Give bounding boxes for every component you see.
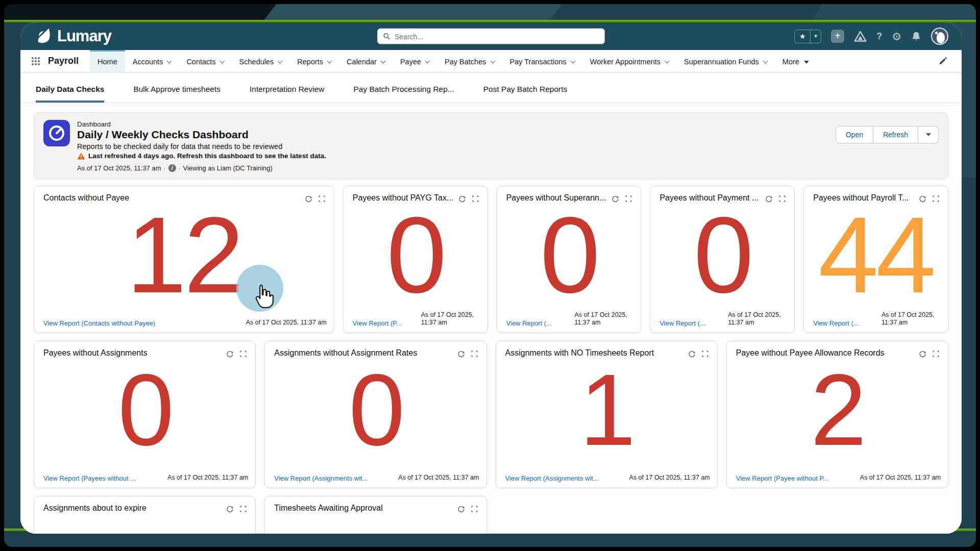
more-actions-dropdown-button[interactable] [918,126,939,143]
chevron-down-icon[interactable] [763,58,768,63]
refresh-icon[interactable] [457,505,465,513]
card-as-of: As of 17 Oct 2025, 11:37 am [728,311,787,327]
view-report-link[interactable]: View Report (Payees without ... [43,474,136,482]
metric-card-payees-without-payroll-tax: Payees without Payroll T... 44 View Repo… [803,186,948,333]
chevron-down-icon[interactable] [425,58,430,63]
nav-tabs: Home Accounts Contacts Schedules Reports… [90,50,817,72]
chevron-down-icon[interactable] [167,58,172,63]
refresh-button[interactable]: Refresh [873,126,918,143]
dashboard-title: Daily / Weekly Checks Dashboard [77,129,326,141]
subtab-bulk-approve-timesheets[interactable]: Bulk Approve timesheets [133,85,220,103]
chevron-down-icon[interactable] [327,58,332,63]
expand-icon[interactable] [239,505,247,513]
favorites-button[interactable]: ★ ▼ [794,30,821,43]
warning-triangle-icon [77,153,85,160]
chevron-down-icon[interactable] [665,58,670,63]
view-report-link[interactable]: View Report (... [659,319,705,327]
refresh-icon[interactable] [765,195,773,203]
subtab-pay-batch-processing-reports[interactable]: Pay Batch Processing Rep... [353,85,454,103]
global-header: Lumary ★ ▼ + [20,22,962,50]
view-report-link[interactable]: View Report (Payee without P... [736,474,829,482]
favorites-dropdown-icon[interactable]: ▼ [810,30,821,43]
view-report-link[interactable]: View Report (Assignments wit... [505,474,599,482]
refresh-icon[interactable] [919,350,926,358]
metric-card-assignments-without-assignment-rates: Assignments without Assignment Rates 0 V… [264,341,486,488]
app-launcher-icon[interactable] [32,57,40,65]
expand-icon[interactable] [318,195,326,203]
metric-value: 0 [265,369,486,452]
refresh-icon[interactable] [457,350,465,358]
chevron-down-icon[interactable] [570,58,575,63]
nav-tab-accounts[interactable]: Accounts [125,50,179,72]
user-avatar[interactable] [931,28,948,45]
nav-tab-calendar[interactable]: Calendar [339,50,393,72]
view-report-link[interactable]: View Report (... [813,319,859,327]
chevron-down-icon[interactable] [490,58,495,63]
refresh-icon[interactable] [226,505,234,513]
subtab-interpretation-review[interactable]: Interpretation Review [250,85,324,103]
separator-dot: · [164,165,166,172]
metric-card-payees-without-payg-tax: Payees without PAYG Tax... 0 View Report… [343,186,488,333]
card-as-of: As of 17 Oct 2025, 11:37 am [574,311,633,327]
chevron-down-icon[interactable] [219,58,225,63]
card-as-of: As of 17 Oct 2025, 11:37 am [246,319,327,327]
caret-down-icon [926,133,931,136]
caret-down-icon[interactable] [804,61,809,64]
global-search[interactable] [377,29,605,44]
nav-tab-superannuation-funds[interactable]: Superannuation Funds [676,50,775,72]
dashboard-description: Reports to be checked daily for data tha… [77,142,326,151]
separator-dot: · [179,165,181,172]
nav-tab-more[interactable]: More [775,50,817,72]
nav-tab-pay-batches[interactable]: Pay Batches [437,50,502,72]
expand-icon[interactable] [239,350,247,358]
view-report-link[interactable]: View Report (... [506,319,552,327]
expand-icon[interactable] [471,350,478,358]
expand-icon[interactable] [471,505,478,513]
expand-icon[interactable] [625,195,632,203]
refresh-icon[interactable] [226,350,234,358]
metric-value: 0 [650,211,794,299]
expand-icon[interactable] [778,195,786,203]
lumary-logo[interactable]: Lumary [34,27,111,45]
app-window: Lumary ★ ▼ + [20,22,962,534]
trail-icon[interactable] [854,31,867,42]
nav-tab-reports[interactable]: Reports [289,50,339,72]
nav-tab-contacts[interactable]: Contacts [179,50,231,72]
refresh-icon[interactable] [688,350,696,358]
notifications-bell-icon[interactable] [911,31,921,41]
hand-pointer-cursor-icon [254,284,274,308]
dashboard-actions: Open Refresh [836,120,939,172]
expand-icon[interactable] [932,350,940,358]
metric-value: 2 [727,369,948,452]
view-report-link[interactable]: View Report (P... [353,319,402,327]
expand-icon[interactable] [701,350,709,358]
help-icon[interactable]: ? [876,31,882,42]
global-add-icon[interactable]: + [831,30,844,43]
edit-page-pencil-icon[interactable] [924,57,962,65]
card-as-of: As of 17 Oct 2025, 11:37 am [167,474,248,482]
chevron-down-icon[interactable] [381,58,386,63]
nav-tab-pay-transactions[interactable]: Pay Transactions [502,50,582,72]
subtab-post-pay-batch-reports[interactable]: Post Pay Batch Reports [483,85,568,103]
subtab-daily-data-checks[interactable]: Daily Data Checks [36,85,104,103]
nav-tab-payee[interactable]: Payee [393,50,437,72]
refresh-icon[interactable] [458,195,466,203]
nav-tab-worker-appointments[interactable]: Worker Appointments [582,50,676,72]
chevron-down-icon[interactable] [278,58,283,63]
setup-gear-icon[interactable]: ⚙ [892,31,901,42]
screen: Lumary ★ ▼ + [0,0,980,551]
refresh-icon[interactable] [305,195,312,203]
favorites-star-icon[interactable]: ★ [795,30,810,43]
lumary-logo-icon [34,27,52,45]
view-report-link[interactable]: View Report (Contacts without Payee) [43,319,155,327]
info-icon[interactable]: i [168,164,176,172]
nav-tab-home[interactable]: Home [90,50,125,72]
expand-icon[interactable] [472,195,479,203]
metric-value: 1 [496,369,717,452]
open-button[interactable]: Open [836,126,873,143]
view-report-link[interactable]: View Report (Assignments wit... [274,474,368,482]
nav-tab-schedules[interactable]: Schedules [232,50,290,72]
desktop-background: Lumary ★ ▼ + [4,4,976,547]
refresh-icon[interactable] [611,195,619,203]
search-input[interactable] [395,32,599,40]
